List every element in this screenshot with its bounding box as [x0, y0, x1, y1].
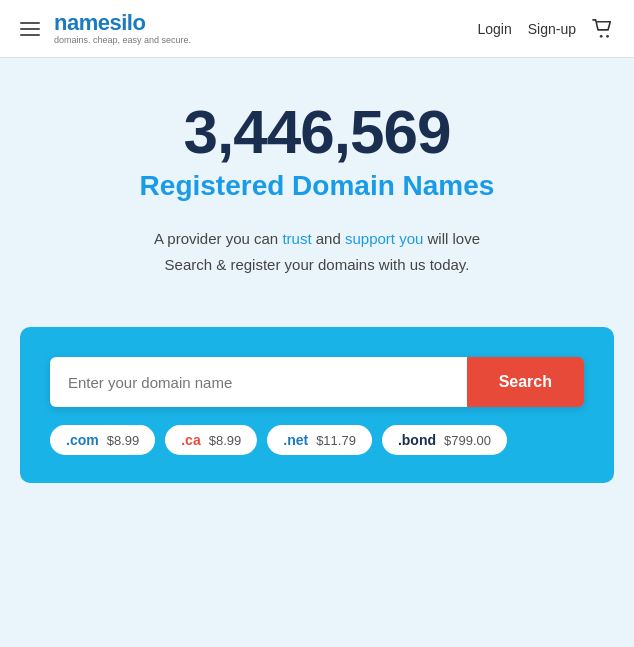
search-bar: Search	[50, 357, 584, 407]
hero-section: 3,446,569 Registered Domain Names A prov…	[0, 58, 634, 297]
tld-ext-bond: .bond	[398, 432, 436, 448]
hero-desc-line1: A provider you can trust and support you…	[20, 226, 614, 252]
hero-desc-line2: Search & register your domains with us t…	[20, 252, 614, 278]
search-button[interactable]: Search	[467, 357, 584, 407]
tld-badge-com[interactable]: .com $8.99	[50, 425, 155, 455]
tld-price-ca: $8.99	[209, 433, 242, 448]
counter-label: Registered Domain Names	[20, 170, 614, 202]
tld-ext-net: .net	[283, 432, 308, 448]
tld-badge-bond[interactable]: .bond $799.00	[382, 425, 507, 455]
search-section: Search .com $8.99 .ca $8.99 .net $11.79 …	[20, 327, 614, 483]
svg-point-0	[600, 34, 603, 37]
cart-icon[interactable]	[592, 19, 614, 39]
tld-price-com: $8.99	[107, 433, 140, 448]
svg-point-1	[606, 34, 609, 37]
tld-price-net: $11.79	[316, 433, 356, 448]
tld-badge-net[interactable]: .net $11.79	[267, 425, 372, 455]
search-input[interactable]	[50, 357, 467, 407]
hero-description: A provider you can trust and support you…	[20, 226, 614, 277]
counter: 3,446,569	[20, 98, 614, 166]
tld-badges: .com $8.99 .ca $8.99 .net $11.79 .bond $…	[50, 425, 584, 455]
tld-price-bond: $799.00	[444, 433, 491, 448]
tld-ext-com: .com	[66, 432, 99, 448]
logo-name: namesilo	[54, 12, 191, 34]
logo-tagline: domains. cheap, easy and secure.	[54, 35, 191, 45]
header-left: namesilo domains. cheap, easy and secure…	[20, 12, 191, 45]
hamburger-menu[interactable]	[20, 22, 40, 36]
tld-badge-ca[interactable]: .ca $8.99	[165, 425, 257, 455]
header-nav: Login Sign-up	[477, 19, 614, 39]
signup-link[interactable]: Sign-up	[528, 21, 576, 37]
login-link[interactable]: Login	[477, 21, 511, 37]
header: namesilo domains. cheap, easy and secure…	[0, 0, 634, 58]
logo: namesilo domains. cheap, easy and secure…	[54, 12, 191, 45]
tld-ext-ca: .ca	[181, 432, 200, 448]
